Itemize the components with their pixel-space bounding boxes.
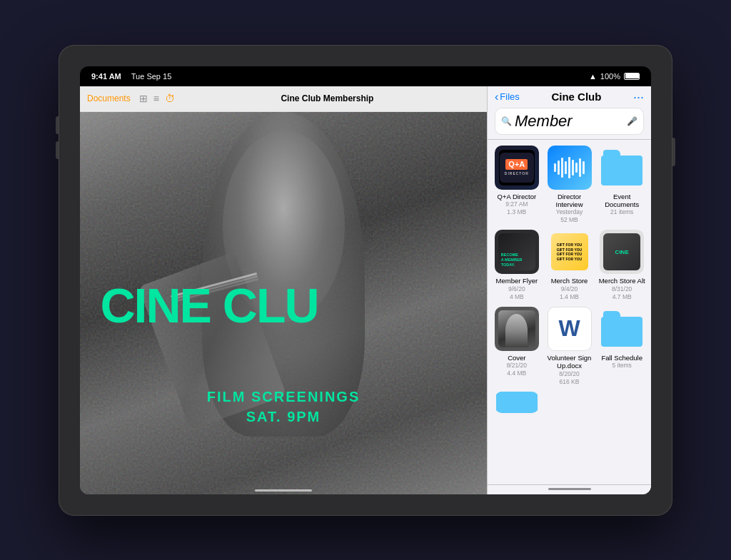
status-left: 9:41 AM Tue Sep 15 [91,72,171,81]
volume-down-button[interactable] [56,141,59,159]
pages-pane: Documents ⊞ ≡ ⏱ Cine Club Membership [80,86,487,494]
status-time: 9:41 AM [91,72,121,81]
status-right: ▲ 100% [589,72,640,81]
files-nav: ‹ Files Cine Club ··· [495,91,644,103]
cine-photo: CINE CLU FILM SCREENINGS SAT. 9PM [80,112,487,494]
ipad-screen: 9:41 AM Tue Sep 15 ▲ 100% Documents [80,66,651,494]
file-name-member-flyer: Member Flyer [496,277,538,285]
files-back-button[interactable]: ‹ Files [495,91,520,103]
file-thumb-merch: GIFT FOR YOUGIFT FOR YOUGIFT FOR YOUGIFT… [548,230,592,274]
file-meta-event-docs: 21 items [610,208,633,216]
file-item-cover[interactable]: Cover 8/21/20 4.4 MB [492,307,542,386]
file-meta-qa: 9:27 AM 1.3 MB [505,200,528,216]
status-bar: 9:41 AM Tue Sep 15 ▲ 100% [80,66,651,86]
pages-toolbar: Documents ⊞ ≡ ⏱ Cine Club Membership [80,86,487,112]
files-row-1: BECOMEA MEMBERTODAY. Member Flyer 9/6/20… [492,230,647,300]
files-header: ‹ Files Cine Club ··· 🔍 Member 🎤 [488,86,651,140]
file-thumb-folder-extra [495,392,539,413]
files-back-label[interactable]: Files [500,91,519,102]
wifi-icon: ▲ [589,72,597,81]
ipad-device: 9:41 AM Tue Sep 15 ▲ 100% Documents [59,45,672,516]
file-thumb-audio [548,146,592,190]
status-date: Tue Sep 15 [131,72,171,81]
files-row-0: Q+A DIRECTOR Q+A Director 9:27 AM 1.3 MB [492,146,647,225]
word-icon: W [558,315,580,342]
timer-icon[interactable]: ⏱ [165,93,175,104]
film-screenings-text: FILM SCREENINGS SAT. 9PM [101,387,467,427]
power-button[interactable] [672,138,675,166]
search-input[interactable]: Member [515,112,627,131]
search-bar[interactable]: 🔍 Member 🎤 [495,108,644,135]
merch-inner: GIFT FOR YOUGIFT FOR YOUGIFT FOR YOUGIFT… [551,233,588,270]
search-icon: 🔍 [501,116,512,126]
file-thumb-folder-events [600,146,644,190]
home-indicator [255,489,312,492]
file-item-qa-director[interactable]: Q+A DIRECTOR Q+A Director 9:27 AM 1.3 MB [492,146,542,225]
sidebar-toggle-icon[interactable]: ⊞ [139,93,148,104]
cine-club-text: CINE CLU [101,284,318,327]
file-name-cover: Cover [508,354,525,362]
file-item-empty-2 [597,392,647,416]
file-item-empty-1 [545,392,595,416]
files-grid: Q+A DIRECTOR Q+A Director 9:27 AM 1.3 MB [488,140,651,484]
file-meta-director-interview: Yesterday 52 MB [556,208,583,224]
file-name-fall-schedule: Fall Schedule [601,354,642,362]
file-thumb-cover [495,307,539,351]
folder-shape-fall [601,311,642,347]
file-meta-member-flyer: 9/6/20 4 MB [508,285,525,301]
volume-up-button[interactable] [56,116,59,134]
flyer-inner: BECOMEA MEMBERTODAY. [498,233,535,270]
file-thumb-folder-fall [600,307,644,351]
file-meta-cover: 8/21/20 4.4 MB [507,362,527,377]
audio-waveform [554,157,585,178]
battery-icon: 100% [600,72,640,81]
files-more-button[interactable]: ··· [633,91,644,103]
pages-doc-title: Cine Club Membership [175,93,480,103]
pages-toolbar-icons: ⊞ ≡ ⏱ [139,93,175,104]
file-item-extra-folder[interactable] [492,392,542,416]
pages-documents-link[interactable]: Documents [87,93,131,103]
file-item-director-interview[interactable]: Director Interview Yesterday 52 MB [545,146,595,225]
file-item-member-flyer[interactable]: BECOMEA MEMBERTODAY. Member Flyer 9/6/20… [492,230,542,300]
files-row-2: Cover 8/21/20 4.4 MB W Volunteer Sign [492,307,647,386]
file-item-volunteer-signup[interactable]: W Volunteer Sign Up.docx 8/20/20 616 KB [545,307,595,386]
file-meta-merch-alt: 8/31/20 4.7 MB [612,285,632,301]
file-meta-merch-store: 9/4/20 1.4 MB [560,285,579,301]
file-item-merch-store[interactable]: GIFT FOR YOUGIFT FOR YOUGIFT FOR YOUGIFT… [545,230,595,300]
file-name-merch-store: Merch Store [551,277,588,285]
list-view-icon[interactable]: ≡ [153,93,159,104]
file-meta-volunteer: 8/20/20 616 KB [559,370,579,386]
cine-document-background[interactable]: CINE CLU FILM SCREENINGS SAT. 9PM [80,112,487,494]
folder-shape [601,150,642,185]
home-bar-indicator [548,488,591,490]
file-thumb-word: W [548,307,592,351]
file-name-qa: Q+A Director [498,193,537,200]
file-name-event-docs: Event Documents [597,193,647,209]
cover-inner [498,310,535,347]
chevron-left-icon: ‹ [495,91,498,103]
file-item-fall-schedule[interactable]: Fall Schedule 5 items [597,307,647,386]
file-meta-fall-schedule: 5 items [612,362,631,370]
file-item-merch-store-alt[interactable]: CINE Merch Store Alt 8/31/20 4.7 MB [597,230,647,300]
file-thumb-flyer: BECOMEA MEMBERTODAY. [495,230,539,274]
file-thumb-merch-alt: CINE [600,230,644,274]
files-row-3 [492,392,647,416]
file-name-volunteer: Volunteer Sign Up.docx [545,354,595,370]
folder-shape-extra [496,392,538,413]
files-home-bar [488,484,651,494]
file-name-director-interview: Director Interview [545,193,595,209]
files-pane-title: Cine Club [551,91,601,103]
file-item-event-documents[interactable]: Event Documents 21 items [597,146,647,225]
merch-alt-inner: CINE [603,233,640,270]
files-pane: ‹ Files Cine Club ··· 🔍 Member 🎤 [487,86,651,494]
file-thumb-qa: Q+A DIRECTOR [495,146,539,190]
file-name-merch-alt: Merch Store Alt [599,277,645,285]
main-area: Documents ⊞ ≡ ⏱ Cine Club Membership [80,86,651,494]
microphone-icon[interactable]: 🎤 [627,116,637,126]
